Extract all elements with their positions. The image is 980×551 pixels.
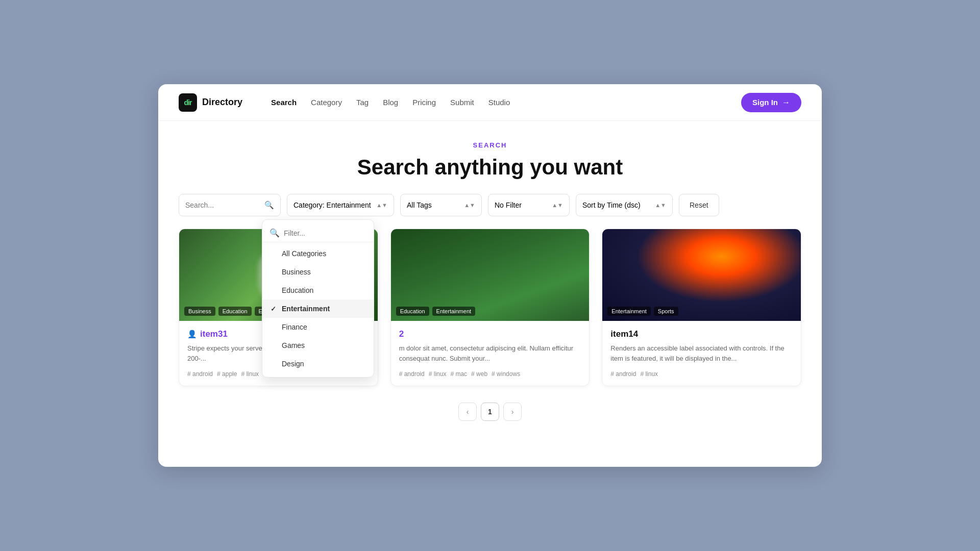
card-tag: # mac (450, 370, 467, 378)
search-input[interactable] (185, 201, 262, 209)
card-tag: # android (187, 370, 213, 378)
tag-business: Business (184, 307, 215, 316)
card-overlay-tags: Entertainment Sports (607, 307, 678, 316)
tag-education: Education (396, 307, 429, 316)
no-filter[interactable]: No Filter ▲▼ (488, 194, 570, 216)
card-footer-tags: # android # linux (610, 370, 793, 378)
dropdown-item-design[interactable]: Design (262, 355, 374, 373)
card-image-sparkler: Entertainment Sports (602, 229, 801, 321)
chevron-down-icon: ▲▼ (376, 202, 387, 208)
user-icon: 👤 (187, 330, 197, 339)
dropdown-search-input[interactable] (284, 229, 366, 237)
chevron-down-icon: ▲▼ (464, 202, 475, 208)
card-body: 2 m dolor sit amet, consectetur adipisci… (391, 321, 590, 386)
nav-search[interactable]: Search (271, 98, 297, 107)
chevron-down-icon: ▲▼ (552, 202, 563, 208)
card-tag: # android (610, 370, 636, 378)
arrow-icon: → (782, 98, 790, 107)
search-icon: 🔍 (264, 201, 274, 210)
filter-icon: 🔍 (270, 228, 280, 238)
tag-education: Education (218, 307, 252, 316)
nav-tag[interactable]: Tag (356, 98, 369, 107)
card-title: item14 (610, 329, 793, 339)
card-tag: # linux (640, 370, 658, 378)
category-dropdown: 🔍 All Categories Business Education ✓ En… (262, 219, 374, 378)
navbar: dir Directory Search Category Tag Blog P… (158, 84, 822, 121)
nav-blog[interactable]: Blog (383, 98, 398, 107)
logo-icon: dir (179, 93, 197, 112)
card-tag: # linux (429, 370, 447, 378)
chevron-down-icon: ▲▼ (655, 202, 666, 208)
nav-submit[interactable]: Submit (450, 98, 474, 107)
card-tag: # windows (492, 370, 520, 378)
pagination-next[interactable]: › (503, 403, 522, 421)
nav-studio[interactable]: Studio (488, 98, 510, 107)
tag-sports: Sports (654, 307, 678, 316)
card-overlay-tags: Education Entertainment (396, 307, 475, 316)
search-input-wrap[interactable]: 🔍 (179, 194, 281, 216)
nav-pricing[interactable]: Pricing (412, 98, 436, 107)
main-window: dir Directory Search Category Tag Blog P… (158, 84, 822, 467)
dropdown-item-all-categories[interactable]: All Categories (262, 244, 374, 263)
card-item14[interactable]: Entertainment Sports item14 Renders an a… (602, 229, 801, 386)
category-filter[interactable]: Category: Entertainment ▲▼ (287, 194, 394, 216)
dropdown-item-entertainment[interactable]: ✓ Entertainment (262, 299, 374, 318)
hero-label: SEARCH (158, 141, 822, 149)
cards-grid: Business Education Entertainm... 👤 item3… (158, 229, 822, 403)
dropdown-item-games[interactable]: Games (262, 336, 374, 355)
hero-section: SEARCH Search anything you want (158, 121, 822, 194)
dropdown-item-finance[interactable]: Finance (262, 318, 374, 336)
logo-area: dir Directory (179, 93, 242, 112)
tag-entertainment: Entertainment (607, 307, 650, 316)
sign-in-button[interactable]: Sign In → (741, 93, 801, 112)
card-footer-tags: # android # linux # mac # web # windows (399, 370, 581, 378)
card-body: item14 Renders an accessible label assoc… (602, 321, 801, 386)
card-tag: # web (471, 370, 487, 378)
pagination: ‹ 1 › (158, 403, 822, 439)
tags-filter[interactable]: All Tags ▲▼ (400, 194, 482, 216)
card-tag: # linux (241, 370, 259, 378)
nav-category[interactable]: Category (311, 98, 342, 107)
hero-title: Search anything you want (158, 155, 822, 180)
reset-button[interactable]: Reset (679, 194, 719, 216)
tag-entertainment: Entertainment (432, 307, 475, 316)
dropdown-item-business[interactable]: Business (262, 263, 374, 281)
card-image-forest: Education Entertainment (391, 229, 590, 321)
filters-row: 🔍 Category: Entertainment ▲▼ All Tags ▲▼… (158, 194, 822, 229)
card-tag: # android (399, 370, 425, 378)
card-item2[interactable]: Education Entertainment 2 m dolor sit am… (390, 229, 590, 386)
card-description: m dolor sit amet, consectetur adipiscing… (399, 343, 581, 363)
logo-text: Directory (202, 97, 242, 108)
pagination-page-1[interactable]: 1 (481, 403, 499, 421)
dropdown-search-wrap[interactable]: 🔍 (262, 224, 374, 242)
pagination-prev[interactable]: ‹ (458, 403, 477, 421)
card-description: Renders an accessible label associated w… (610, 343, 793, 363)
sort-filter[interactable]: Sort by Time (dsc) ▲▼ (576, 194, 673, 216)
nav-links: Search Category Tag Blog Pricing Submit … (271, 98, 510, 107)
card-title: 2 (399, 329, 581, 339)
dropdown-item-education[interactable]: Education (262, 281, 374, 299)
card-tag: # apple (217, 370, 237, 378)
